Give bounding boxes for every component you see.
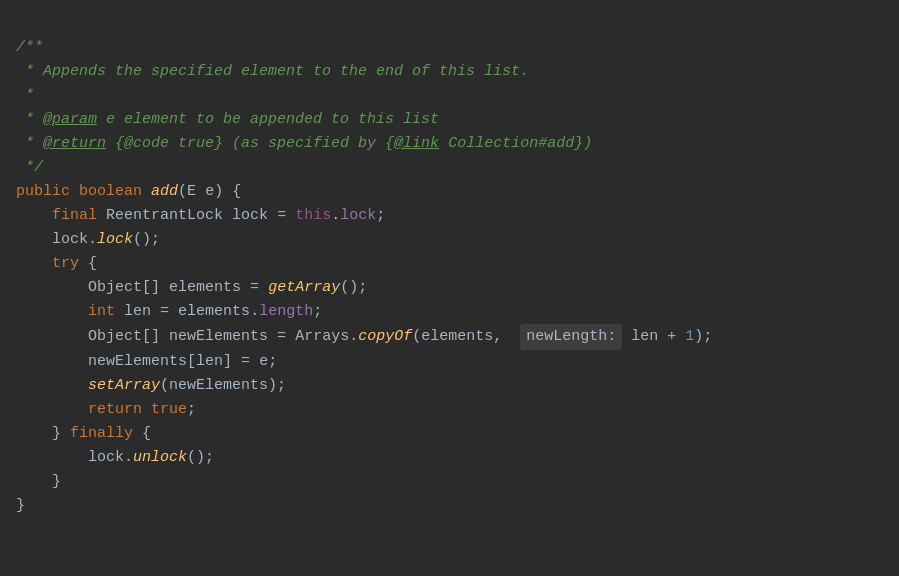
line-13: Object[] newElements = Arrays.copyOf(ele… [16,328,712,345]
line-17: } finally { [16,425,151,442]
code-editor: /** * Appends the specified element to t… [16,12,883,518]
line-2: * Appends the specified element to the e… [16,63,529,80]
line-9: lock.lock(); [16,231,160,248]
line-10: try { [16,255,97,272]
line-7: public boolean add(E e) { [16,183,241,200]
line-12: int len = elements.length; [16,303,322,320]
line-5: * @return {@code true} (as specified by … [16,135,592,152]
line-4: * @param e element to be appended to thi… [16,111,439,128]
line-1: /** [16,39,43,56]
line-19: } [16,473,61,490]
line-8: final ReentrantLock lock = this.lock; [16,207,385,224]
line-15: setArray(newElements); [16,377,286,394]
line-16: return true; [16,401,196,418]
line-3: * [16,87,34,104]
line-18: lock.unlock(); [16,449,214,466]
line-11: Object[] elements = getArray(); [16,279,367,296]
line-14: newElements[len] = e; [16,353,277,370]
line-6: */ [16,159,43,176]
parameter-hint: newLength: [520,324,622,350]
line-20: } [16,497,25,514]
